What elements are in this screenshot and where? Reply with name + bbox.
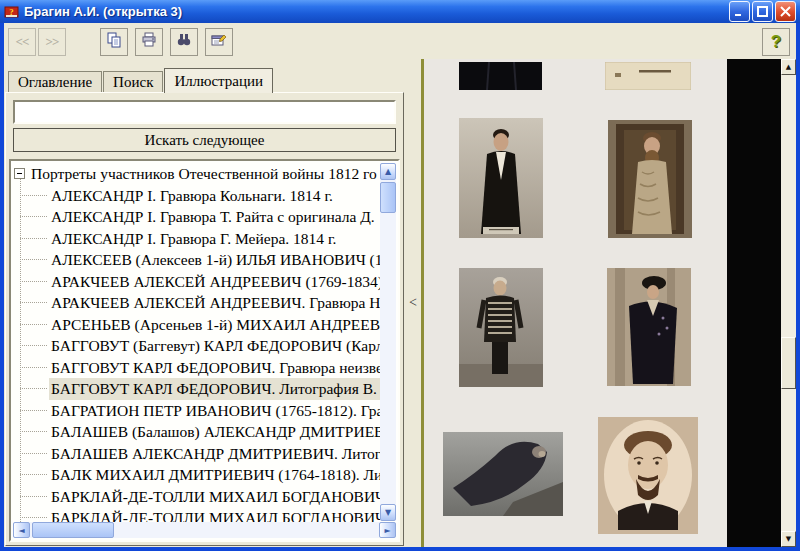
thumbnail-man-standing-suit[interactable] — [459, 118, 543, 238]
collapse-icon[interactable] — [14, 168, 25, 179]
tree-item[interactable]: АЛЕКСАНДР I. Гравюра Кольнаги. 1814 г. — [11, 185, 380, 207]
gallery-black-band — [727, 59, 787, 547]
scroll-right-icon[interactable]: ► — [379, 522, 396, 538]
tab-contents[interactable]: Оглавление — [8, 71, 102, 92]
horizontal-scroll-thumb[interactable] — [32, 522, 114, 538]
tree-item[interactable]: БАЛАШЕВ (Балашов) АЛЕКСАНДР ДМИТРИЕВИ — [11, 421, 380, 443]
thumbnail-man-hussar-uniform[interactable] — [459, 268, 543, 387]
window-controls — [729, 1, 796, 22]
illustrations-panel: Искать следующее Портреты участников Оте… — [5, 92, 404, 546]
gallery-scroll-thumb[interactable] — [781, 337, 796, 389]
window-body: << >> — [4, 23, 796, 547]
thumbnail-man-seated-beard[interactable] — [608, 120, 692, 238]
tree-rows: Портреты участников Отечественной войны … — [11, 163, 380, 522]
pane-splitter[interactable]: < — [405, 59, 421, 547]
tree-item-selected[interactable]: БАГГОВУТ КАРЛ ФЕДОРОВИЧ. Литография В. Д — [11, 378, 380, 400]
tree-root[interactable]: Портреты участников Отечественной войны … — [11, 163, 380, 185]
thumbnail-caption-card[interactable] — [605, 62, 691, 90]
tree-item[interactable]: АЛЕКСАНДР I. Гравюра Г. Мейера. 1814 г. — [11, 228, 380, 250]
close-button[interactable] — [775, 1, 796, 22]
gallery-scrollbar[interactable]: ▲ ▼ — [781, 59, 796, 547]
thumbnail-figure-in-cape[interactable] — [607, 268, 691, 386]
tree-item[interactable]: БАГРАТИОН ПЕТР ИВАНОВИЧ (1765-1812). Гра — [11, 400, 380, 422]
copy-icon — [106, 32, 122, 52]
help-button[interactable]: ? — [762, 28, 790, 56]
tree-item[interactable]: БАРКЛАЙ-ДЕ-ТОЛЛИ МИХАИЛ БОГДАНОВИЧ — [11, 507, 380, 522]
find-button[interactable] — [170, 28, 198, 56]
tree-item[interactable]: АРСЕНЬЕВ (Арсеньев 1-й) МИХАИЛ АНДРЕЕВИ — [11, 314, 380, 336]
print-button[interactable] — [135, 28, 163, 56]
tab-bar: Оглавление Поиск Иллюстрации — [8, 67, 274, 92]
forward-button[interactable]: >> — [38, 28, 66, 56]
app-window: ? Брагин А.И. (открытка 3) << >> — [0, 0, 800, 551]
scroll-left-icon[interactable]: ◄ — [13, 522, 30, 538]
maximize-button[interactable] — [752, 1, 773, 22]
navigation-pane: Оглавление Поиск Иллюстрации Искать след… — [4, 59, 405, 547]
collapse-arrow[interactable]: < — [409, 295, 417, 311]
tree-vertical-scrollbar[interactable]: ▲ ▼ — [380, 163, 396, 521]
tree-item[interactable]: АРАКЧЕЕВ АЛЕКСЕЙ АНДРЕЕВИЧ (1769-1834). — [11, 271, 380, 293]
tree-item[interactable]: БАЛАШЕВ АЛЕКСАНДР ДМИТРИЕВИЧ. Литогр — [11, 443, 380, 465]
scroll-down-icon[interactable]: ▼ — [781, 531, 796, 547]
print-icon — [141, 32, 157, 52]
thumbnail-oval-portrait-beard[interactable] — [598, 417, 698, 534]
tree-item[interactable]: АРАКЧЕЕВ АЛЕКСЕЙ АНДРЕЕВИЧ. Гравюра Н.И — [11, 292, 380, 314]
scroll-down-icon[interactable]: ▼ — [380, 504, 396, 521]
properties-icon — [211, 32, 227, 52]
svg-text:?: ? — [9, 7, 14, 17]
tree-item[interactable]: АЛЕКСАНДР I. Гравюра Т. Райта с оригинал… — [11, 206, 380, 228]
tree-item[interactable]: БАГГОВУТ (Баггевут) КАРЛ ФЕДОРОВИЧ (Карл — [11, 335, 380, 357]
tab-illustrations[interactable]: Иллюстрации — [164, 68, 273, 93]
toolbar: << >> — [4, 23, 796, 59]
tab-search[interactable]: Поиск — [103, 71, 163, 92]
red-book-help-icon: ? — [4, 4, 20, 20]
tree-item[interactable]: БАГГОВУТ КАРЛ ФЕДОРОВИЧ. Гравюра неизве — [11, 357, 380, 379]
back-button[interactable]: << — [8, 28, 36, 56]
scroll-up-icon[interactable]: ▲ — [380, 163, 396, 180]
binoculars-icon — [176, 32, 192, 52]
titlebar: ? Брагин А.И. (открытка 3) — [0, 0, 800, 23]
tree-item[interactable]: БАРКЛАЙ-ДЕ-ТОЛЛИ МИХАИЛ БОГДАНОВИЧ — [11, 486, 380, 508]
tree-item[interactable]: БАЛК МИХАИЛ ДМИТРИЕВИЧ (1764-1818). Лит — [11, 464, 380, 486]
window-title: Брагин А.И. (открытка 3) — [24, 4, 729, 19]
find-next-button[interactable]: Искать следующее — [13, 128, 396, 152]
search-input[interactable] — [13, 100, 396, 124]
tree-item[interactable]: АЛЕКСЕЕВ (Алексеев 1-й) ИЛЬЯ ИВАНОВИЧ (1… — [11, 249, 380, 271]
illustrations-tree: Портреты участников Отечественной войны … — [9, 159, 400, 542]
copy-button[interactable] — [100, 28, 128, 56]
minimize-button[interactable] — [729, 1, 750, 22]
scroll-up-icon[interactable]: ▲ — [781, 59, 796, 75]
thumbnail-figure-reclining[interactable] — [443, 432, 563, 516]
image-gallery-pane: ▲ ▼ — [421, 59, 796, 547]
tree-horizontal-scrollbar[interactable]: ◄ ► — [13, 522, 396, 538]
content-area: Оглавление Поиск Иллюстрации Искать след… — [4, 59, 796, 547]
thumbnail-dark-fragment[interactable] — [459, 62, 542, 90]
vertical-scroll-thumb[interactable] — [380, 182, 396, 213]
properties-button[interactable] — [205, 28, 233, 56]
